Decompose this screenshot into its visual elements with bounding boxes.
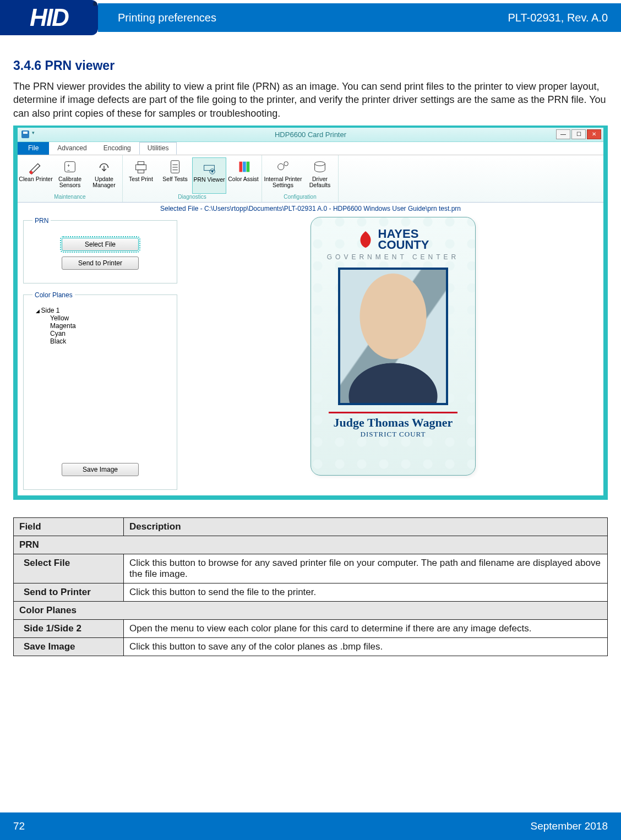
th-field: Field <box>14 517 124 536</box>
section-intro: The PRN viewer provides the ability to v… <box>13 80 608 120</box>
svg-point-17 <box>284 162 288 166</box>
svg-rect-14 <box>243 162 246 172</box>
field-save-image: Save Image <box>14 637 124 656</box>
internal-settings-button[interactable]: Internal Printer Settings <box>263 157 303 194</box>
ribbon-tabs: File Advanced Encoding Utilities <box>18 142 603 155</box>
tree-plane[interactable]: Yellow <box>36 314 168 322</box>
prn-viewer-button[interactable]: PRN Viewer <box>192 157 226 194</box>
desc-save-image: Click this button to save any of the col… <box>124 637 608 656</box>
group-configuration-label: Configuration <box>263 194 337 201</box>
logo-text: HID <box>30 4 68 31</box>
tab-advanced[interactable]: Advanced <box>49 142 95 155</box>
calibrate-sensors-button[interactable]: +− Calibrate Sensors <box>53 157 87 194</box>
card-photo <box>338 268 448 405</box>
svg-point-18 <box>315 162 325 166</box>
county-logo-icon <box>357 230 374 249</box>
svg-rect-9 <box>171 161 179 173</box>
svg-rect-1 <box>23 132 28 134</box>
app-window: ▾ HDP6600 Card Printer — ☐ ✕ File Advanc… <box>13 126 608 500</box>
self-tests-button[interactable]: Self Tests <box>158 157 192 194</box>
minimize-button[interactable]: — <box>556 129 570 139</box>
svg-rect-15 <box>247 162 250 172</box>
tab-utilities[interactable]: Utilities <box>139 142 177 155</box>
preview-pane: HAYES COUNTY GOVERNMENT CENTER Judge Tho… <box>188 217 598 490</box>
card-preview: HAYES COUNTY GOVERNMENT CENTER Judge Tho… <box>310 217 476 476</box>
svg-point-12 <box>211 171 214 173</box>
field-send-to-printer: Send to Printer <box>14 583 124 601</box>
description-table: Field Description PRN Select File Click … <box>13 517 608 656</box>
app-title: HDP6600 Card Printer <box>275 130 346 139</box>
desc-select-file: Click this button to browse for any save… <box>124 554 608 583</box>
svg-rect-8 <box>138 170 144 173</box>
header-bar: Printing preferences PLT-02931, Rev. A.0 <box>98 3 621 32</box>
svg-rect-6 <box>136 165 146 170</box>
prn-legend: PRN <box>32 217 51 225</box>
titlebar: ▾ HDP6600 Card Printer — ☐ ✕ <box>18 128 603 142</box>
svg-text:−: − <box>67 167 70 173</box>
th-desc: Description <box>124 517 608 536</box>
clean-printer-button[interactable]: Clean Printer <box>19 157 53 194</box>
card-gov-center: GOVERNMENT CENTER <box>327 253 459 261</box>
group-row-colorplanes: Color Planes <box>14 601 608 619</box>
footer-date: September 2018 <box>531 820 608 832</box>
svg-rect-10 <box>204 165 215 170</box>
doc-revision: PLT-02931, Rev. A.0 <box>508 12 608 24</box>
field-side12: Side 1/Side 2 <box>14 619 124 637</box>
prn-fieldset: PRN Select File Send to Printer <box>23 217 177 283</box>
qat-dropdown-icon[interactable]: ▾ <box>32 130 41 139</box>
tree-side1[interactable]: Side 1 <box>36 307 168 314</box>
page-number: 72 <box>13 820 25 832</box>
update-manager-button[interactable]: Update Manager <box>87 157 121 194</box>
card-name: Judge Thomas Wagner <box>334 416 453 430</box>
section-heading: 3.4.6 PRN viewer <box>13 58 608 73</box>
colorplanes-legend: Color Planes <box>32 291 75 299</box>
send-to-printer-button[interactable]: Send to Printer <box>62 257 139 270</box>
card-divider <box>329 412 457 413</box>
svg-point-16 <box>278 163 284 170</box>
tree-plane[interactable]: Magenta <box>36 322 168 330</box>
ribbon: Clean Printer +− Calibrate Sensors Updat… <box>18 155 603 203</box>
color-assist-button[interactable]: Color Assist <box>226 157 260 194</box>
maximize-button[interactable]: ☐ <box>571 129 586 139</box>
tab-encoding[interactable]: Encoding <box>95 142 139 155</box>
tree-plane[interactable]: Black <box>36 337 168 345</box>
group-maintenance-label: Maintenance <box>19 194 121 201</box>
group-diagnostics-label: Diagnostics <box>124 194 260 201</box>
colorplanes-tree[interactable]: Side 1 Yellow Magenta Cyan Black <box>32 307 168 457</box>
group-row-prn: PRN <box>14 536 608 554</box>
selected-file-path: Selected File - C:\Users\rtopp\Documents… <box>18 203 603 215</box>
desc-side12: Open the menu to view each color plane f… <box>124 619 608 637</box>
hid-logo: HID ® <box>0 0 98 35</box>
breadcrumb: Printing preferences <box>118 12 216 24</box>
registered-mark: ® <box>93 1 96 7</box>
qat-save-icon[interactable] <box>21 130 30 139</box>
save-image-button[interactable]: Save Image <box>62 463 139 476</box>
driver-defaults-button[interactable]: Driver Defaults <box>303 157 337 194</box>
tab-file[interactable]: File <box>18 141 49 155</box>
footer: 72 September 2018 <box>0 812 621 840</box>
svg-rect-7 <box>138 162 144 165</box>
desc-send-to-printer: Click this button to send the file to th… <box>124 583 608 601</box>
tree-plane[interactable]: Cyan <box>36 330 168 337</box>
close-button[interactable]: ✕ <box>587 129 601 139</box>
field-select-file: Select File <box>14 554 124 583</box>
select-file-button[interactable]: Select File <box>62 238 139 251</box>
test-print-button[interactable]: Test Print <box>124 157 158 194</box>
card-county2: COUNTY <box>378 239 429 250</box>
colorplanes-fieldset: Color Planes Side 1 Yellow Magenta Cyan … <box>23 291 177 490</box>
svg-rect-13 <box>239 162 243 172</box>
svg-point-2 <box>30 171 33 174</box>
card-court: DISTRICT COURT <box>361 430 426 439</box>
